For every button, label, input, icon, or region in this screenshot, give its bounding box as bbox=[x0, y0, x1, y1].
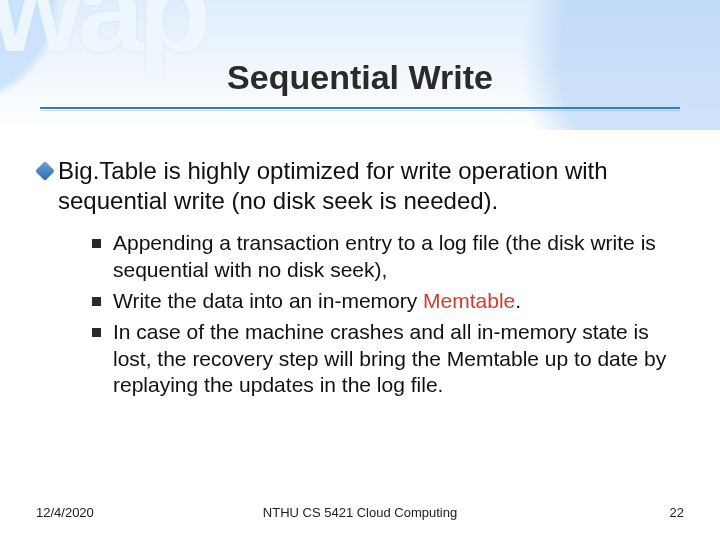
footer: 12/4/2020 NTHU CS 5421 Cloud Computing 2… bbox=[0, 500, 720, 520]
footer-course: NTHU CS 5421 Cloud Computing bbox=[0, 505, 720, 520]
content-area: Big.Table is highly optimized for write … bbox=[38, 156, 680, 403]
sub-bullet-list: Appending a transaction entry to a log f… bbox=[92, 230, 680, 399]
title-underline bbox=[40, 107, 680, 109]
bullet-level2-text: Write the data into an in-memory Memtabl… bbox=[113, 288, 521, 315]
footer-page-number: 22 bbox=[670, 505, 684, 520]
square-bullet-icon bbox=[92, 239, 101, 248]
square-bullet-icon bbox=[92, 328, 101, 337]
highlight-memtable: Memtable bbox=[423, 289, 515, 312]
bullet-level2: Appending a transaction entry to a log f… bbox=[92, 230, 680, 284]
square-bullet-icon bbox=[92, 297, 101, 306]
bullet-level1-text: Big.Table is highly optimized for write … bbox=[58, 156, 680, 216]
title-area: Sequential Write bbox=[0, 58, 720, 109]
slide: wap Sequential Write Big.Table is highly… bbox=[0, 0, 720, 540]
text-pre: Write the data into an in-memory bbox=[113, 289, 423, 312]
bullet-level1: Big.Table is highly optimized for write … bbox=[38, 156, 680, 216]
bullet-level2: In case of the machine crashes and all i… bbox=[92, 319, 680, 400]
slide-title: Sequential Write bbox=[227, 58, 493, 101]
text-post: . bbox=[515, 289, 521, 312]
bullet-level2-text: Appending a transaction entry to a log f… bbox=[113, 230, 680, 284]
bullet-level2: Write the data into an in-memory Memtabl… bbox=[92, 288, 680, 315]
bullet-level2-text: In case of the machine crashes and all i… bbox=[113, 319, 680, 400]
diamond-bullet-icon bbox=[35, 161, 55, 181]
